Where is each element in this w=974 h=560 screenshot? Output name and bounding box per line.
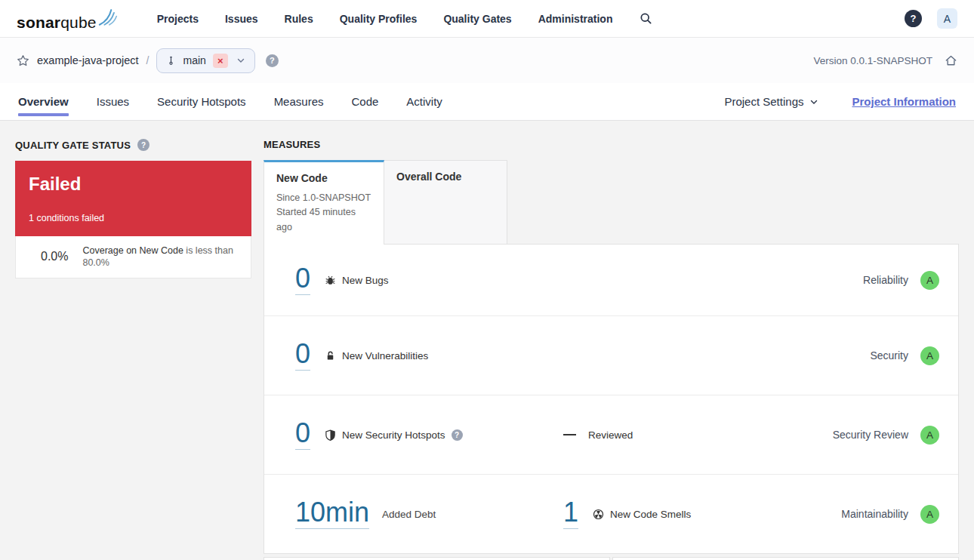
tab-overview[interactable]: Overview xyxy=(18,83,69,120)
sonarqube-logo[interactable]: sonarqube xyxy=(17,8,119,30)
chevron-down-icon xyxy=(236,56,245,65)
logo-text: sonarqube xyxy=(17,14,97,30)
coverage-card-partial xyxy=(264,557,610,560)
new-vulnerabilities-label: New Vulnerabilities xyxy=(342,350,428,362)
nav-item-issues[interactable]: Issues xyxy=(225,13,258,25)
security-review-label: Security Review xyxy=(833,429,908,441)
overview-content: QUALITY GATE STATUS ? Failed 1 condition… xyxy=(0,121,974,560)
reliability-label: Reliability xyxy=(863,274,908,286)
new-hotspots-count-link[interactable]: 0 xyxy=(295,420,310,450)
maintainability-rating-badge[interactable]: A xyxy=(920,505,939,524)
measures-tabs: New Code Since 1.0-SNAPSHOT Started 45 m… xyxy=(264,160,959,245)
new-code-smells-label: New Code Smells xyxy=(610,509,691,520)
context-bar-right: Version 0.0.1-SNAPSHOT xyxy=(813,54,957,67)
chevron-down-icon xyxy=(809,97,818,106)
reliability-rating: Reliability A xyxy=(863,271,939,290)
reviewed-dash xyxy=(563,434,576,435)
project-settings-menu[interactable]: Project Settings xyxy=(724,95,818,108)
security-review-rating-badge[interactable]: A xyxy=(920,426,939,445)
bug-icon xyxy=(325,275,336,286)
failed-condition-row[interactable]: 0.0% Coverage on New Code is less than 8… xyxy=(15,236,251,278)
maintainability-rating: Maintainability A xyxy=(841,505,939,524)
vulnerabilities-measure: 0 New Vulnerabilities xyxy=(295,340,563,371)
version-label: Version 0.0.1-SNAPSHOT xyxy=(813,55,932,66)
new-vulnerabilities-count-link[interactable]: 0 xyxy=(295,340,310,371)
bugs-measure: 0 New Bugs xyxy=(295,265,563,295)
tab-activity[interactable]: Activity xyxy=(406,83,442,120)
tab-security-hotspots[interactable]: Security Hotspots xyxy=(157,83,246,120)
topnav-right: ? A xyxy=(905,8,957,29)
project-settings-label: Project Settings xyxy=(724,95,803,108)
search-icon[interactable] xyxy=(640,12,652,25)
tab-issues[interactable]: Issues xyxy=(97,83,129,120)
tabs-bar-right: Project Settings Project Information xyxy=(724,95,956,108)
code-smells-measure: 1 New Code Smells xyxy=(563,499,691,529)
nav-item-administration[interactable]: Administration xyxy=(538,13,613,25)
breadcrumb-separator: / xyxy=(146,54,149,66)
reliability-rating-badge[interactable]: A xyxy=(920,271,939,290)
security-rating: Security A xyxy=(870,346,939,365)
lock-icon xyxy=(325,350,336,362)
nav-item-projects[interactable]: Projects xyxy=(157,13,199,25)
nav-item-quality-profiles[interactable]: Quality Profiles xyxy=(340,13,418,25)
quality-gate-section-title: QUALITY GATE STATUS ? xyxy=(15,139,251,151)
condition-value: 0.0% xyxy=(41,250,68,263)
project-tabs-bar: Overview Issues Security Hotspots Measur… xyxy=(0,83,974,121)
code-smell-icon xyxy=(593,509,604,520)
measures-panel: MEASURES New Code Since 1.0-SNAPSHOT Sta… xyxy=(264,139,959,542)
quality-gate-status: Failed xyxy=(29,174,238,195)
context-bar: example-java-project / main × ? Version … xyxy=(0,38,974,83)
quality-gate-status-banner: Failed 1 conditions failed xyxy=(15,161,251,236)
new-hotspots-label: New Security Hotspots xyxy=(342,429,445,441)
tab-new-code[interactable]: New Code Since 1.0-SNAPSHOT Started 45 m… xyxy=(264,160,384,245)
measure-row-bugs: 0 New Bugs xyxy=(264,245,958,315)
breadcrumb-project-name[interactable]: example-java-project xyxy=(37,54,139,66)
tab-measures[interactable]: Measures xyxy=(274,83,324,120)
new-code-tab-label: New Code xyxy=(276,172,371,184)
nav-item-quality-gates[interactable]: Quality Gates xyxy=(443,13,511,25)
main-nav: Projects Issues Rules Quality Profiles Q… xyxy=(157,13,613,25)
added-debt-label: Added Debt xyxy=(382,509,436,520)
added-debt-link[interactable]: 10min xyxy=(295,499,369,529)
project-information-link[interactable]: Project Information xyxy=(852,95,956,108)
shield-icon xyxy=(325,429,336,441)
avatar[interactable]: A xyxy=(937,8,957,29)
new-code-smells-count-link[interactable]: 1 xyxy=(563,499,578,529)
hotspots-help-icon[interactable]: ? xyxy=(452,429,463,441)
hotspots-reviewed: Reviewed xyxy=(563,429,633,441)
top-navigation: sonarqube Projects Issues Rules Quality … xyxy=(0,0,974,38)
home-icon[interactable] xyxy=(945,54,957,67)
branch-help-icon[interactable]: ? xyxy=(266,54,279,67)
overall-code-tab-label: Overall Code xyxy=(396,171,495,183)
new-code-period: Since 1.0-SNAPSHOT Started 45 minutes ag… xyxy=(276,191,371,235)
quality-gate-help-icon[interactable]: ? xyxy=(137,139,149,151)
hotspots-measure: 0 New Security Hotspots ? xyxy=(295,420,563,450)
branch-name: main xyxy=(183,54,205,66)
debt-measure: 10min Added Debt xyxy=(295,499,563,529)
branch-selector[interactable]: main × xyxy=(156,48,254,73)
new-bugs-label: New Bugs xyxy=(342,275,389,286)
maintainability-label: Maintainability xyxy=(841,508,908,520)
help-icon[interactable]: ? xyxy=(905,10,922,27)
favorite-star-icon[interactable] xyxy=(17,54,29,67)
new-bugs-count-link[interactable]: 0 xyxy=(295,265,310,295)
security-label: Security xyxy=(870,349,908,362)
quality-gate-conditions-summary: 1 conditions failed xyxy=(29,213,238,223)
duplications-card-partial xyxy=(612,557,959,560)
sonarqube-app: sonarqube Projects Issues Rules Quality … xyxy=(0,0,974,560)
reviewed-label: Reviewed xyxy=(588,429,633,441)
nav-item-rules[interactable]: Rules xyxy=(285,13,313,25)
measure-row-maintainability: 10min Added Debt 1 xyxy=(264,474,958,553)
security-rating-badge[interactable]: A xyxy=(920,346,939,365)
branch-failed-badge[interactable]: × xyxy=(213,54,228,68)
branch-icon xyxy=(166,54,176,66)
next-section-cards xyxy=(264,557,959,560)
logo-swoosh-icon xyxy=(98,8,119,29)
tab-overall-code[interactable]: Overall Code xyxy=(384,160,507,245)
security-review-rating: Security Review A xyxy=(833,426,939,445)
tab-code[interactable]: Code xyxy=(351,83,378,120)
measures-card: 0 New Bugs xyxy=(264,244,959,554)
quality-gate-panel: QUALITY GATE STATUS ? Failed 1 condition… xyxy=(15,139,251,542)
measure-row-hotspots: 0 New Security Hotspots ? Reviewed xyxy=(264,395,958,474)
measure-row-vulnerabilities: 0 New Vulnerabilities Security A xyxy=(264,315,958,395)
